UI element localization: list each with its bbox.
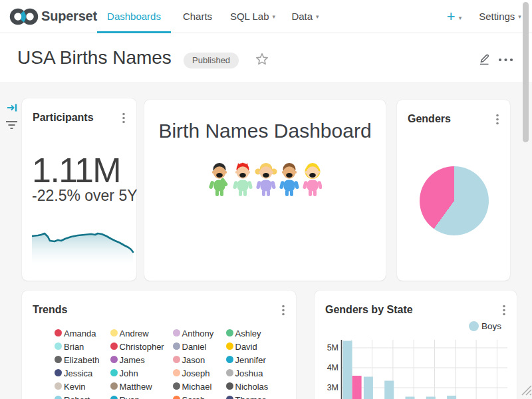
legend-dot [226, 369, 233, 376]
legend-label: Joseph [182, 368, 210, 378]
legend-dot [55, 329, 62, 336]
dashboard-body: Participants 1.11M -22.5% over 5Y Birth … [0, 82, 532, 399]
legend-dot [55, 369, 62, 376]
legend-dot [226, 342, 233, 350]
legend-label: Elizabeth [64, 355, 99, 365]
nav-tab-sql-lab[interactable]: SQL Lab▾ [224, 0, 281, 33]
legend-label: Ryan [120, 395, 140, 399]
chart-card-genders-by-state: Genders by State Boys 5M4M3M [315, 291, 517, 399]
page-title: USA Births Names [17, 47, 172, 68]
legend-label: Amanda [64, 329, 96, 338]
chart-card-participants: Participants 1.11M -22.5% over 5Y [22, 98, 136, 281]
legend-dot [110, 356, 118, 363]
scrollbar-thumb[interactable] [523, 2, 529, 142]
chevron-down-icon: ▾ [316, 1, 319, 33]
legend-label: Anthony [182, 329, 214, 338]
chart-card-genders: Genders [397, 100, 510, 281]
chart-menu-kebab-icon[interactable] [119, 112, 128, 125]
edit-pencil-icon[interactable] [477, 51, 491, 66]
legend-dot [173, 369, 180, 376]
svg-text:3M: 3M [327, 383, 338, 392]
chart-title: Trends [33, 304, 67, 316]
legend-dot [110, 369, 118, 376]
welcome-heading: Birth Names Dashboard [144, 120, 386, 142]
legend-dot [55, 382, 62, 390]
chevron-down-icon: ▾ [459, 2, 462, 35]
published-badge[interactable]: Published [184, 53, 239, 68]
legend-label: Sarah [182, 395, 205, 399]
legend-label: Jennifer [235, 355, 266, 365]
resize-handle-icon[interactable] [521, 379, 532, 396]
legend-dot [110, 396, 118, 399]
nav-tab-charts[interactable]: Charts [174, 0, 221, 33]
dashboard-header: USA Births Names Published [0, 33, 532, 82]
legend-label: Robert [64, 395, 90, 399]
legend-dot [55, 342, 62, 350]
brand-name[interactable]: Superset [41, 9, 97, 24]
genders-pie-chart [420, 166, 489, 235]
nav-tab-dashboards[interactable]: Dashboards [97, 0, 171, 33]
legend-dot [226, 382, 233, 390]
participants-sparkline-chart [32, 229, 134, 268]
svg-text:5M: 5M [327, 343, 338, 352]
legend-dot [173, 342, 180, 350]
favorite-star-icon[interactable] [255, 53, 269, 66]
legend-dot [226, 396, 233, 399]
chart-title: Genders [408, 113, 451, 125]
svg-text:4M: 4M [327, 363, 338, 372]
legend-dot [110, 329, 118, 336]
big-number-delta: -22.5% over 5Y [32, 187, 138, 205]
big-number-value: 1.11M [32, 150, 120, 190]
legend-label: Nicholas [235, 382, 269, 392]
chevron-down-icon: ▾ [273, 1, 276, 33]
legend-label: Michael [182, 382, 212, 392]
new-item-button[interactable]: +▾ [442, 0, 467, 33]
chevron-down-icon: ▾ [518, 1, 521, 33]
legend-dot [173, 382, 180, 390]
chart-title: Participants [33, 112, 94, 124]
legend-dot [110, 342, 118, 350]
nav-tab-data[interactable]: Data▾ [285, 0, 326, 33]
navbar: Superset Dashboards Charts SQL Lab▾ Data… [0, 0, 532, 33]
expand-filter-panel-icon[interactable] [7, 102, 18, 113]
legend-dot [173, 356, 180, 363]
legend-dot [110, 382, 118, 390]
legend-label: Christopher [120, 342, 164, 352]
legend-label: Matthew [120, 382, 152, 392]
settings-menu[interactable]: Settings▾ [472, 0, 528, 33]
legend-label: James [120, 355, 145, 365]
legend-dot [173, 396, 180, 399]
legend-label: Ashley [235, 329, 261, 338]
legend-label: Jason [182, 355, 205, 365]
markdown-card-welcome: Birth Names Dashboard [144, 100, 386, 281]
superset-logo-icon[interactable] [9, 7, 39, 27]
active-tab-underline [97, 31, 171, 33]
legend-dot [55, 396, 62, 399]
chart-menu-kebab-icon[interactable] [493, 113, 502, 126]
chart-menu-kebab-icon[interactable] [279, 304, 288, 317]
legend-label: Brian [64, 342, 84, 352]
legend-dot [173, 329, 180, 336]
chart-card-trends: Trends AmandaAndrewAnthonyAshleyBrianChr… [22, 291, 296, 399]
legend-label: David [235, 342, 257, 352]
legend-label: Jessica [64, 368, 92, 378]
legend-label: John [120, 368, 138, 378]
genders-by-state-bar-chart: 5M4M3M [315, 291, 517, 399]
legend-dot [226, 356, 233, 363]
filter-icon[interactable] [5, 120, 18, 131]
legend-label: Daniel [182, 342, 207, 352]
legend-label: Joshua [235, 368, 263, 378]
legend-label: Thomas [235, 395, 267, 399]
legend-label: Andrew [120, 329, 149, 338]
children-illustration [209, 162, 322, 200]
more-actions-icon[interactable] [496, 53, 517, 67]
legend-label: Kevin [64, 382, 86, 392]
legend-dot [226, 329, 233, 336]
legend-dot [55, 356, 62, 363]
